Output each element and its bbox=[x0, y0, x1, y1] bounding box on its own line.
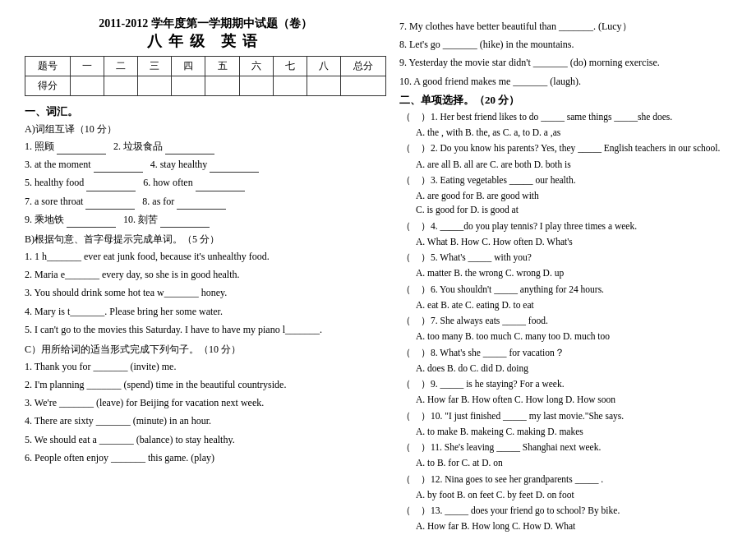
mc-item-6: （ ）7. She always eats _____ food.A. too … bbox=[399, 314, 731, 344]
mc-item-10: （ ）11. She's leaving _____ Shanghai next… bbox=[399, 440, 731, 471]
score-cell-5 bbox=[205, 76, 239, 96]
mc-question-4: （ ）5. What's _____ with you? bbox=[399, 251, 731, 265]
mc-options-8: A. How far B. How often C. How long D. H… bbox=[399, 393, 731, 407]
mc-item-7: （ ）8. What's she _____ for vacation？A. d… bbox=[399, 346, 731, 376]
score-cell-0: 得分 bbox=[25, 76, 71, 96]
score-cell-9 bbox=[341, 76, 386, 96]
score-cell-7 bbox=[273, 76, 307, 96]
sub-c-item-2: 3. We're _______ (leave) for Beijing for… bbox=[25, 395, 386, 411]
mc-question-6: （ ）7. She always eats _____ food. bbox=[399, 314, 731, 328]
sub-c-item-5: 6. People often enjoy _______ this game.… bbox=[25, 450, 386, 466]
mc-question-0: （ ）1. Her best friend likes to do _____ … bbox=[399, 110, 731, 124]
sub-b-item-4: 5. I can't go to the movies this Saturda… bbox=[25, 322, 386, 338]
mc-options-1: A. are all B. all are C. are both D. bot… bbox=[399, 158, 731, 172]
mc-item-5: （ ）6. You shouldn't _____ anything for 2… bbox=[399, 283, 731, 313]
mc-options-3: A. What B. How C. How often D. What's bbox=[399, 235, 731, 249]
mc-options-6: A. too many B. too much C. many too D. m… bbox=[399, 330, 731, 344]
exam-page: 2011-2012 学年度第一学期期中试题（卷） 八年级 英语 题号一二三四五六… bbox=[0, 0, 756, 535]
sub-c-items: 1. Thank you for _______ (invite) me.2. … bbox=[25, 359, 386, 466]
sub-b-item-1: 2. Maria e_______ every day, so she is i… bbox=[25, 267, 386, 283]
fill-item-1: 8. Let's go _______ (hike) in the mounta… bbox=[399, 37, 731, 53]
mc-question-3: （ ）4. _____do you play tennis? I play th… bbox=[399, 219, 731, 233]
score-header-6: 六 bbox=[239, 57, 273, 76]
mc-options-11: A. by foot B. on feet C. by feet D. on f… bbox=[399, 488, 731, 502]
score-cell-1 bbox=[70, 76, 104, 96]
vocab-pair-3: 7. a sore throat 8. as for bbox=[25, 194, 386, 210]
sub-c-item-1: 2. I'm planning _______ (spend) time in … bbox=[25, 377, 386, 393]
sub-b-items: 1. 1 h_______ ever eat junk food, becaus… bbox=[25, 249, 386, 338]
mc-item-0: （ ）1. Her best friend likes to do _____ … bbox=[399, 110, 731, 141]
sub-b-item-3: 4. Mary is t_______. Please bring her so… bbox=[25, 304, 386, 320]
vocab-pairs: 1. 照顾 2. 垃圾食品 3. at the moment 4. stay h… bbox=[25, 139, 386, 228]
sub-c-item-4: 5. We should eat a _______ (balance) to … bbox=[25, 432, 386, 448]
mc-question-2: （ ）3. Eating vegetables _____ our health… bbox=[399, 173, 731, 187]
sub-b-item-0: 1. 1 h_______ ever eat junk food, becaus… bbox=[25, 249, 386, 265]
mc-item-9: （ ）10. "I just finished _____ my last mo… bbox=[399, 409, 731, 440]
vocab-pair-1: 3. at the moment 4. stay healthy bbox=[25, 157, 386, 173]
mc-item-1: （ ）2. Do you know his parents? Yes, they… bbox=[399, 141, 731, 172]
mc-question-12: （ ）13. _____ does your friend go to scho… bbox=[399, 504, 731, 518]
score-header-2: 二 bbox=[104, 57, 137, 76]
vocab-pair-0: 1. 照顾 2. 垃圾食品 bbox=[25, 139, 386, 155]
score-cell-4 bbox=[172, 76, 205, 96]
mc-options-2: A. are good for B. are good with bbox=[399, 189, 731, 203]
fill-item-3: 10. A good friend makes me _______ (laug… bbox=[399, 74, 731, 90]
score-cell-3 bbox=[137, 76, 171, 96]
mc-question-7: （ ）8. What's she _____ for vacation？ bbox=[399, 346, 731, 360]
mc-item-2: （ ）3. Eating vegetables _____ our health… bbox=[399, 173, 731, 218]
mc-options-9: A. to make B. makeing C. making D. makes bbox=[399, 425, 731, 439]
score-table: 题号一二三四五六七八总分得分 bbox=[25, 56, 386, 96]
score-header-5: 五 bbox=[205, 57, 239, 76]
sub-c-item-3: 4. There are sixty _______ (minute) in a… bbox=[25, 413, 386, 429]
mc-options2-2: C. is good for D. is good at bbox=[399, 203, 731, 217]
score-header-8: 八 bbox=[307, 57, 341, 76]
score-header-3: 三 bbox=[137, 57, 171, 76]
title-sub: 八年级 英语 bbox=[25, 31, 386, 51]
mc-item-11: （ ）12. Nina goes to see her grandparents… bbox=[399, 473, 731, 503]
mc-question-10: （ ）11. She's leaving _____ Shanghai next… bbox=[399, 440, 731, 454]
sub-b-title: B)根据句意、首字母提示完成单词。（5 分） bbox=[25, 233, 386, 247]
sub-c-title: C）用所给词的适当形式完成下列句子。（10 分） bbox=[25, 343, 386, 357]
score-header-4: 四 bbox=[172, 57, 205, 76]
vocab-pair-2: 5. healthy food 6. how often bbox=[25, 175, 386, 191]
fill-item-2: 9. Yesterday the movie star didn't _____… bbox=[399, 55, 731, 71]
title-area: 2011-2012 学年度第一学期期中试题（卷） 八年级 英语 bbox=[25, 16, 386, 51]
mc-question-11: （ ）12. Nina goes to see her grandparents… bbox=[399, 473, 731, 487]
mc-options-7: A. does B. do C. did D. doing bbox=[399, 362, 731, 376]
sub-a-title: A)词组互译（10 分） bbox=[25, 122, 386, 136]
mc-question-9: （ ）10. "I just finished _____ my last mo… bbox=[399, 409, 731, 423]
mc-item-8: （ ）9. _____ is he staying? For a week.A.… bbox=[399, 377, 731, 408]
mc-item-3: （ ）4. _____do you play tennis? I play th… bbox=[399, 219, 731, 250]
mc-item-12: （ ）13. _____ does your friend go to scho… bbox=[399, 504, 731, 534]
fill-item-0: 7. My clothes have better beautiful than… bbox=[399, 19, 731, 35]
mc-options-12: A. How far B. How long C. How D. What bbox=[399, 519, 731, 533]
score-header-0: 题号 bbox=[25, 57, 71, 76]
sub-b-item-2: 3. You should drink some hot tea w______… bbox=[25, 285, 386, 301]
mc-options-10: A. to B. for C. at D. on bbox=[399, 456, 731, 470]
sub-c-item-0: 1. Thank you for _______ (invite) me. bbox=[25, 359, 386, 375]
mc-items: （ ）1. Her best friend likes to do _____ … bbox=[399, 110, 731, 535]
mc-question-5: （ ）6. You shouldn't _____ anything for 2… bbox=[399, 283, 731, 297]
vocab-pair-4: 9. 乘地铁 10. 刻苦 bbox=[25, 212, 386, 228]
mc-question-1: （ ）2. Do you know his parents? Yes, they… bbox=[399, 141, 731, 155]
score-header-1: 一 bbox=[70, 57, 104, 76]
mc-question-8: （ ）9. _____ is he staying? For a week. bbox=[399, 377, 731, 391]
title-main: 2011-2012 学年度第一学期期中试题（卷） bbox=[25, 16, 386, 31]
mc-title: 二、单项选择。（20 分） bbox=[399, 93, 731, 108]
mc-options-4: A. matter B. the wrong C. wrong D. up bbox=[399, 266, 731, 280]
score-cell-2 bbox=[104, 76, 137, 96]
mc-options-5: A. eat B. ate C. eating D. to eat bbox=[399, 298, 731, 312]
score-header-7: 七 bbox=[273, 57, 307, 76]
score-header-9: 总分 bbox=[341, 57, 386, 76]
left-column: 2011-2012 学年度第一学期期中试题（卷） 八年级 英语 题号一二三四五六… bbox=[25, 16, 386, 535]
section1-title: 一、词汇。 bbox=[25, 104, 386, 119]
score-cell-8 bbox=[307, 76, 341, 96]
fill-in-items: 7. My clothes have better beautiful than… bbox=[399, 19, 731, 90]
right-column: 7. My clothes have better beautiful than… bbox=[399, 16, 731, 535]
mc-item-4: （ ）5. What's _____ with you?A. matter B.… bbox=[399, 251, 731, 281]
mc-options-0: A. the , with B. the, as C. a, to D. a ,… bbox=[399, 126, 731, 140]
score-cell-6 bbox=[239, 76, 273, 96]
